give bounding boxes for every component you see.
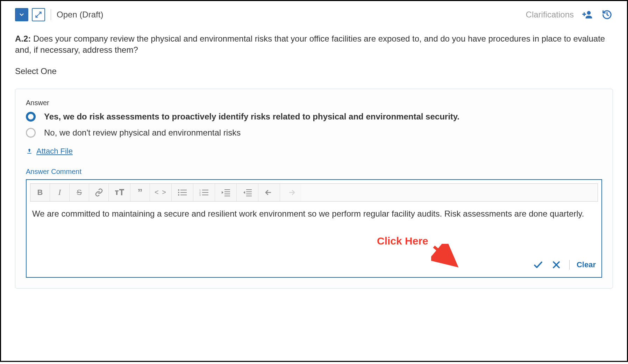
- undo-button[interactable]: [258, 184, 280, 201]
- outdent-icon: [221, 189, 231, 196]
- svg-line-29: [434, 247, 452, 262]
- editor-footer: Clear: [30, 257, 598, 272]
- question-body: Does your company review the physical an…: [15, 34, 605, 54]
- svg-text:3: 3: [199, 194, 201, 196]
- comment-text-area[interactable]: We are committed to maintaining a secure…: [30, 208, 598, 250]
- annotation-arrow-icon: [431, 244, 459, 268]
- code-icon: < >: [155, 188, 167, 196]
- expand-icon: [35, 11, 42, 18]
- svg-rect-21: [246, 189, 252, 190]
- code-button[interactable]: < >: [150, 184, 172, 201]
- attach-file-label: Attach File: [36, 147, 73, 156]
- person-add-icon: [582, 9, 593, 20]
- redo-button[interactable]: [280, 184, 302, 201]
- svg-text:2: 2: [199, 191, 201, 194]
- outdent-button[interactable]: [215, 184, 237, 201]
- close-icon: [551, 260, 561, 270]
- bold-icon: B: [37, 188, 43, 197]
- quote-icon: ”: [138, 187, 143, 198]
- select-one-label: Select One: [15, 66, 613, 76]
- rich-text-editor: B I S ” < > 123: [26, 179, 602, 278]
- number-list-icon: 123: [199, 189, 209, 196]
- svg-point-4: [178, 189, 179, 191]
- svg-rect-19: [224, 196, 230, 196]
- undo-icon: [264, 189, 274, 196]
- chevron-down-icon: [19, 12, 25, 18]
- quote-button[interactable]: ”: [130, 184, 150, 201]
- svg-marker-25: [243, 191, 245, 194]
- add-person-button[interactable]: [581, 9, 593, 21]
- cancel-comment-button[interactable]: [550, 259, 562, 271]
- link-icon: [95, 188, 103, 197]
- svg-rect-17: [224, 191, 230, 192]
- svg-point-6: [178, 192, 179, 193]
- svg-rect-23: [246, 194, 252, 194]
- svg-text:1: 1: [199, 189, 201, 191]
- svg-rect-15: [202, 195, 208, 195]
- upload-icon: [26, 148, 33, 155]
- history-icon: [602, 9, 612, 20]
- svg-point-8: [178, 194, 179, 196]
- svg-rect-9: [180, 195, 187, 195]
- bullet-list-button[interactable]: [172, 184, 193, 201]
- strike-button[interactable]: S: [70, 184, 89, 201]
- radio-option-yes[interactable]: Yes, we do risk assessments to proactive…: [26, 112, 602, 122]
- answer-section-label: Answer: [26, 99, 602, 107]
- radio-selected-icon: [26, 112, 36, 122]
- textsize-button[interactable]: [109, 184, 130, 201]
- status-dropdown-button[interactable]: [15, 8, 28, 21]
- clarifications-label[interactable]: Clarifications: [526, 10, 574, 20]
- link-button[interactable]: [89, 184, 109, 201]
- italic-button[interactable]: I: [50, 184, 70, 201]
- svg-rect-24: [246, 196, 252, 196]
- divider: [569, 260, 570, 270]
- svg-rect-13: [202, 192, 208, 193]
- svg-rect-16: [224, 189, 230, 190]
- annotation-label: Click Here: [377, 235, 428, 247]
- status-label: Open (Draft): [57, 10, 103, 20]
- answer-comment-header: Answer Comment: [26, 168, 602, 176]
- radio-unselected-icon: [26, 128, 36, 138]
- svg-point-2: [587, 11, 591, 15]
- check-icon: [533, 260, 543, 270]
- editor-toolbar: B I S ” < > 123: [30, 183, 598, 202]
- bold-button[interactable]: B: [30, 184, 50, 201]
- italic-icon: I: [58, 188, 61, 197]
- svg-rect-22: [246, 191, 252, 192]
- number-list-button[interactable]: 123: [193, 184, 215, 201]
- question-card-container: Open (Draft) Clarifications A.2: Does yo…: [0, 0, 628, 362]
- svg-rect-3: [27, 153, 31, 154]
- redo-icon: [286, 189, 296, 196]
- svg-rect-18: [224, 194, 230, 194]
- radio-option-no[interactable]: No, we don't review physical and environ…: [26, 128, 602, 138]
- question-prefix: A.2:: [15, 34, 31, 43]
- question-text: A.2: Does your company review the physic…: [15, 33, 613, 56]
- attach-file-button[interactable]: Attach File: [26, 147, 602, 156]
- expand-question-button[interactable]: [32, 8, 45, 21]
- confirm-comment-button[interactable]: [532, 259, 544, 271]
- question-header: Open (Draft) Clarifications: [15, 8, 613, 21]
- textsize-icon: [114, 188, 125, 197]
- header-left: Open (Draft): [15, 8, 103, 21]
- svg-rect-5: [180, 190, 187, 190]
- history-button[interactable]: [601, 9, 613, 21]
- divider: [51, 9, 51, 20]
- indent-button[interactable]: [237, 184, 258, 201]
- bullet-list-icon: [178, 189, 187, 196]
- svg-rect-11: [202, 190, 208, 190]
- svg-marker-20: [222, 191, 223, 194]
- strikethrough-icon: S: [77, 188, 82, 197]
- svg-rect-7: [180, 192, 187, 193]
- answer-panel: Answer Yes, we do risk assessments to pr…: [15, 89, 613, 289]
- radio-label: No, we don't review physical and environ…: [44, 128, 241, 138]
- indent-icon: [243, 189, 252, 196]
- clear-comment-button[interactable]: Clear: [577, 260, 596, 269]
- header-right: Clarifications: [526, 9, 613, 21]
- radio-label: Yes, we do risk assessments to proactive…: [44, 112, 459, 122]
